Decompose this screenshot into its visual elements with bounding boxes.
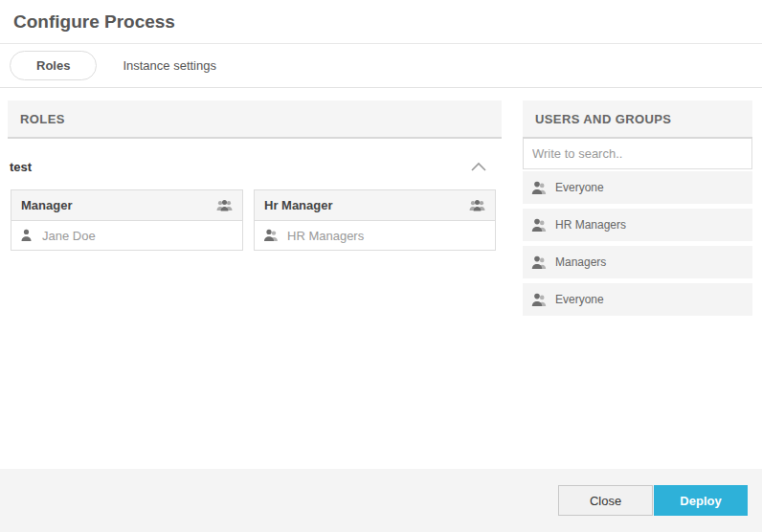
search-input[interactable] xyxy=(523,139,752,169)
list-item[interactable]: HR Managers xyxy=(523,209,752,241)
dialog-content: ROLES test Manager xyxy=(0,89,762,469)
list-item[interactable]: Everyone xyxy=(523,171,752,204)
dialog-footer: Close Deploy xyxy=(0,469,762,532)
assignee-name: Jane Doe xyxy=(42,229,96,243)
footer-buttons: Close Deploy xyxy=(558,485,748,516)
users-and-groups-panel: USERS AND GROUPS Everyone xyxy=(523,100,752,321)
users-panel-header: USERS AND GROUPS xyxy=(523,100,752,139)
user-icon xyxy=(531,293,547,307)
role-card-header: Hr Manager xyxy=(254,189,496,221)
user-icon xyxy=(531,181,547,195)
list-item-label: HR Managers xyxy=(555,218,626,232)
deploy-button[interactable]: Deploy xyxy=(654,485,748,516)
group-icon[interactable] xyxy=(469,199,485,212)
role-assignment[interactable]: Jane Doe xyxy=(11,221,243,251)
role-name: Hr Manager xyxy=(264,198,333,212)
roles-panel-header: ROLES xyxy=(8,100,502,139)
user-icon xyxy=(20,229,34,242)
list-item-label: Everyone xyxy=(555,181,604,194)
tab-roles[interactable]: Roles xyxy=(10,51,97,80)
users-groups-list: Everyone HR Managers M xyxy=(523,171,752,316)
user-group-icon xyxy=(263,229,279,242)
close-button[interactable]: Close xyxy=(558,485,653,516)
page-title: Configure Process xyxy=(13,11,175,33)
group-icon[interactable] xyxy=(216,199,233,212)
user-icon xyxy=(531,255,547,270)
assignee-name: HR Managers xyxy=(287,229,364,243)
role-group-row: test xyxy=(8,160,502,174)
role-card-hr-manager: Hr Manager xyxy=(254,189,496,251)
role-name: Manager xyxy=(21,198,72,212)
user-icon xyxy=(531,218,547,233)
role-card-header: Manager xyxy=(11,189,243,221)
tab-bar: Roles Instance settings xyxy=(0,44,762,88)
role-group-name: test xyxy=(10,160,32,174)
role-card-manager: Manager Jane Doe xyxy=(11,189,243,251)
tab-instance-settings[interactable]: Instance settings xyxy=(123,58,216,73)
roles-panel: ROLES test Manager xyxy=(8,100,502,251)
dialog-header: Configure Process xyxy=(0,0,762,44)
role-cards: Manager Jane Doe xyxy=(8,189,502,251)
chevron-up-icon[interactable] xyxy=(470,161,487,174)
list-item-label: Everyone xyxy=(555,293,604,306)
list-item-label: Managers xyxy=(555,255,606,269)
role-assignment[interactable]: HR Managers xyxy=(254,221,496,251)
list-item[interactable]: Managers xyxy=(523,246,752,278)
list-item[interactable]: Everyone xyxy=(523,283,752,316)
